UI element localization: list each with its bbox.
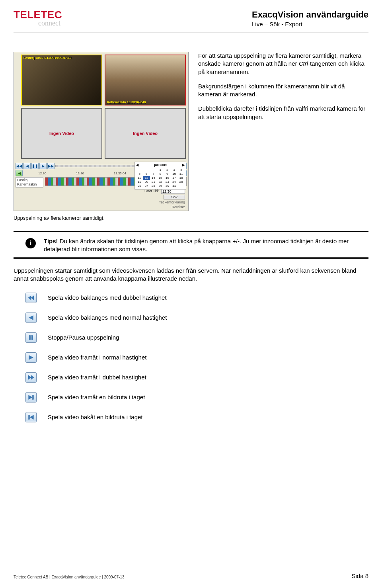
calendar-next-icon[interactable]: ▶ — [182, 163, 185, 167]
calendar-day[interactable]: 8 — [157, 172, 164, 176]
header-divider — [14, 33, 368, 33]
rewind-icon — [25, 313, 37, 323]
svg-marker-1 — [28, 295, 31, 300]
novideo-label-2: Ingen Video — [133, 131, 158, 136]
camera-2-overlay: Kaffemaskin 13:33:04.640 — [107, 100, 146, 104]
calendar-day[interactable]: 27 — [143, 184, 150, 188]
legend-row-step-back: Spela video bakåt en bildruta i taget — [25, 412, 368, 422]
camera-name-list[interactable]: Lastkaj Kaffemaskin — [16, 177, 43, 188]
pause-icon — [25, 332, 37, 343]
divider-top — [14, 231, 368, 232]
calendar-day[interactable]: 26 — [136, 184, 143, 188]
calendar-day[interactable] — [178, 184, 185, 188]
calendar-day[interactable]: 31 — [171, 184, 177, 188]
calendar-day[interactable] — [150, 168, 157, 172]
camera-tile-2: Kaffemaskin 13:33:04.640 — [105, 55, 186, 105]
camera-1-overlay: Lastkaj 13:33:04.399 2009-07-13 — [23, 56, 72, 60]
calendar-prev-icon[interactable]: ◀ — [136, 163, 138, 167]
rewind-label: Spela video baklänges med normal hastigh… — [48, 314, 167, 321]
svg-rect-10 — [29, 415, 30, 419]
ctrl-key-emphasis: Ctrl — [299, 60, 308, 67]
calendar-day[interactable]: 13 — [143, 176, 150, 180]
mini-rewind-fast-icon[interactable]: ◀◀ — [16, 163, 23, 169]
calendar-day[interactable]: 17 — [171, 176, 177, 180]
svg-rect-3 — [29, 335, 31, 340]
svg-marker-11 — [30, 415, 33, 419]
calendar-day[interactable]: 28 — [150, 184, 157, 188]
calendar-day[interactable]: 23 — [164, 180, 171, 184]
page-content: Lastkaj 13:33:04.399 2009-07-13 Kaffemas… — [14, 52, 368, 432]
calendar-day[interactable]: 18 — [178, 176, 185, 180]
mini-start-marker-icon[interactable]: ◀ — [16, 170, 23, 176]
calendar-day[interactable] — [143, 168, 150, 172]
calendar-day[interactable]: 24 — [171, 180, 177, 184]
step-forward-label: Spela video framåt en bildruta i taget — [48, 394, 145, 400]
playback-button-legend: Spela video baklänges med dubbel hastigh… — [14, 293, 368, 422]
calendar-day[interactable]: 25 — [178, 180, 185, 184]
calendar-day[interactable]: 16 — [164, 176, 171, 180]
search-button[interactable]: Sök — [164, 195, 185, 199]
page-footer: Teletec Connect AB | ExacqVision använda… — [14, 572, 368, 579]
body-paragraph: Uppspelningen startar samtidigt som vide… — [14, 267, 368, 283]
divider-bottom — [14, 258, 368, 259]
svg-marker-2 — [29, 315, 33, 320]
figure-caption: Uppspelning av flera kameror samtidigt. — [14, 215, 189, 221]
mini-forward-fast-icon[interactable]: ▶▶ — [47, 163, 55, 169]
calendar-day[interactable]: 4 — [178, 168, 185, 172]
calendar-day[interactable]: 7 — [150, 172, 157, 176]
tips-body: Du kan ändra skalan för tidslinjen genom… — [44, 238, 349, 252]
forward-fast-icon — [25, 372, 37, 383]
legend-row-step-forward: Spela video framåt en bildruta i taget — [25, 392, 368, 402]
start-time-input[interactable] — [161, 189, 185, 194]
calendar-day[interactable]: 6 — [143, 172, 150, 176]
calendar-day[interactable]: 19 — [136, 180, 143, 184]
page-header: TELETEC connect ExacqVision användarguid… — [0, 10, 382, 41]
search-button-row: Sök — [17, 195, 185, 199]
calendar-day[interactable] — [136, 168, 143, 172]
calendar-day[interactable]: 2 — [164, 168, 171, 172]
camera-tile-4-novideo: Ingen Video — [105, 108, 186, 159]
calendar-header: ◀ juli 2009 ▶ — [136, 163, 185, 167]
calendar-day[interactable]: 11 — [178, 172, 185, 176]
mini-pause-icon[interactable]: ❚❚ — [31, 163, 39, 169]
forward-fast-label: Spela video framåt I dubbel hastighet — [48, 374, 146, 381]
calendar-day[interactable]: 21 — [150, 180, 157, 184]
calendar-day[interactable]: 15 — [157, 176, 164, 180]
legend-row: Teckenförklaring — [17, 200, 185, 204]
novideo-label-1: Ingen Video — [49, 131, 74, 136]
legend-row-rewind: Spela video baklänges med normal hastigh… — [25, 313, 368, 323]
play-label: Spela video framåt I normal hastighet — [48, 354, 146, 361]
calendar-widget[interactable]: ◀ juli 2009 ▶ 12345678910111213141516171… — [134, 162, 186, 189]
legend-row-pause: Stoppa/Pausa uppspelning — [25, 332, 368, 343]
motion-row: Rörelse: — [17, 205, 185, 209]
search-controls: Start Tid: Sök Teckenförklaring Rörelse: — [16, 188, 187, 211]
calendar-day[interactable]: 3 — [171, 168, 177, 172]
calendar-day[interactable]: 1 — [157, 168, 164, 172]
divider-mid — [14, 257, 368, 258]
svg-marker-7 — [31, 375, 34, 379]
calendar-day[interactable]: 10 — [171, 172, 177, 176]
legend-row-play: Spela video framåt I normal hastighet — [25, 352, 368, 363]
calendar-day[interactable]: 14 — [150, 176, 157, 180]
camera-tile-1: Lastkaj 13:33:04.399 2009-07-13 — [21, 55, 102, 105]
calendar-day[interactable]: 29 — [157, 184, 164, 188]
mini-rewind-icon[interactable]: ◀ — [23, 163, 31, 169]
calendar-title: juli 2009 — [154, 163, 167, 167]
camera-list-item-1[interactable]: Lastkaj — [17, 178, 42, 182]
calendar-day[interactable]: 12 — [136, 176, 143, 180]
calendar-day[interactable]: 20 — [143, 180, 150, 184]
calendar-day[interactable]: 5 — [136, 172, 143, 176]
legend-label: Teckenförklaring — [159, 200, 185, 204]
calendar-day[interactable]: 9 — [164, 172, 171, 176]
svg-marker-8 — [29, 395, 32, 399]
mini-play-icon[interactable]: ▶ — [39, 163, 47, 169]
doc-title-block: ExacqVision användarguide Live – Sök - E… — [252, 10, 368, 27]
figure-and-text-row: Lastkaj 13:33:04.399 2009-07-13 Kaffemas… — [14, 52, 368, 221]
calendar-day[interactable]: 22 — [157, 180, 164, 184]
camera-list-item-2[interactable]: Kaffemaskin — [17, 182, 42, 187]
instruction-para-1: För att starta uppspelning av flera kame… — [198, 52, 368, 76]
calendar-day[interactable]: 30 — [164, 184, 171, 188]
footer-left: Teletec Connect AB | ExacqVision använda… — [14, 575, 125, 579]
screenshot-wrapper: Lastkaj 13:33:04.399 2009-07-13 Kaffemas… — [14, 52, 189, 221]
info-icon: i — [25, 238, 36, 248]
